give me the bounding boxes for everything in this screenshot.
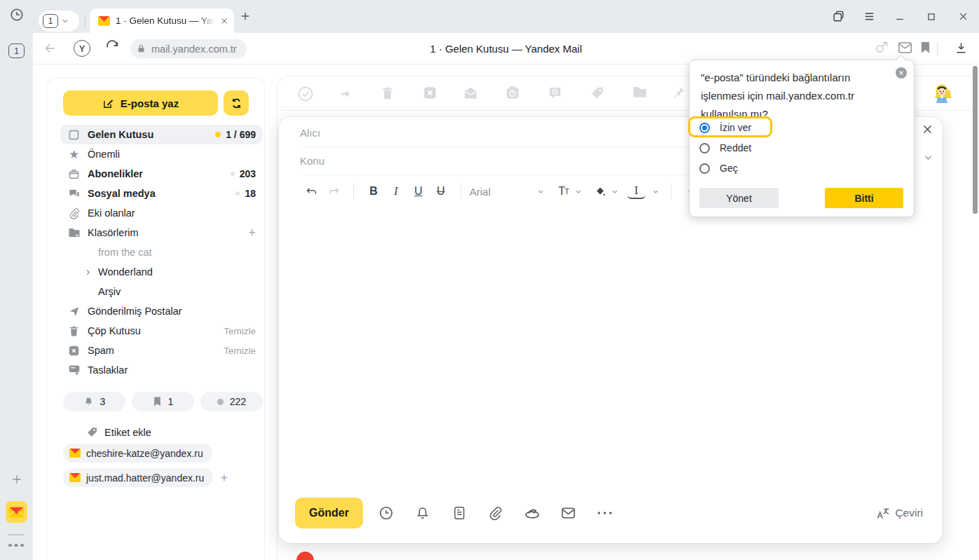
radio-option-deny[interactable]: Reddet xyxy=(699,138,751,158)
sidebar-item-sent[interactable]: Gönderilmiş Postalar xyxy=(60,301,263,321)
panels-icon[interactable] xyxy=(823,0,854,33)
compose-close-icon[interactable] xyxy=(922,123,933,135)
page-scrollbar[interactable] xyxy=(973,66,978,214)
compose-button[interactable]: E-posta yaz xyxy=(63,90,218,116)
chevron-down-icon[interactable] xyxy=(61,17,69,25)
delete-icon[interactable] xyxy=(381,86,394,101)
send-button[interactable]: Gönder xyxy=(295,498,363,528)
expand-chevron-icon[interactable] xyxy=(84,268,98,276)
more-panels-icon[interactable] xyxy=(8,542,25,549)
lock-icon[interactable] xyxy=(136,43,146,54)
download-icon[interactable] xyxy=(954,41,968,55)
minimize-button[interactable] xyxy=(884,0,915,33)
chevron-down-icon[interactable] xyxy=(652,188,659,196)
pin-icon[interactable] xyxy=(671,86,685,100)
tab-group-badge[interactable]: 1 xyxy=(8,43,25,58)
add-panel-icon[interactable] xyxy=(10,472,24,486)
select-check-icon[interactable] xyxy=(297,86,314,102)
clear-spam-button[interactable]: Temizle xyxy=(224,346,256,356)
mail-notifier-icon[interactable] xyxy=(898,41,912,54)
url-field[interactable]: mail.yandex.com.tr xyxy=(130,39,247,58)
sidebar-item-subscriptions[interactable]: Abonelikler 203 xyxy=(60,164,263,184)
reload-icon[interactable] xyxy=(105,40,120,55)
compose-collapse-icon[interactable] xyxy=(923,152,933,163)
label-icon[interactable] xyxy=(590,86,605,100)
tab-count-pill[interactable]: 1 xyxy=(39,11,79,32)
radio-option-allow[interactable]: İzin ver xyxy=(699,118,751,137)
move-folder-icon[interactable] xyxy=(632,86,648,99)
account-cheshire[interactable]: cheshire-katze@yandex.ru xyxy=(63,444,212,463)
attach-clip-icon[interactable] xyxy=(477,505,514,521)
mark-read-icon[interactable] xyxy=(463,86,478,100)
message-body[interactable] xyxy=(300,208,917,489)
reminder-icon[interactable] xyxy=(548,86,562,100)
sidebar-item-wonderland[interactable]: Wonderland xyxy=(60,262,263,282)
snooze-icon[interactable] xyxy=(505,86,520,100)
chevron-down-icon[interactable] xyxy=(611,188,619,196)
add-account-button[interactable]: + xyxy=(220,470,228,486)
radio-option-skip[interactable]: Geç xyxy=(699,158,738,178)
sidebar-item-spam[interactable]: Spam Temizle xyxy=(60,341,263,360)
done-button[interactable]: Bitti xyxy=(825,188,903,208)
yandex-disk-icon[interactable] xyxy=(514,506,550,520)
refresh-button[interactable] xyxy=(224,90,249,116)
underline-button[interactable]: U xyxy=(409,182,427,200)
bold-button[interactable]: B xyxy=(364,182,383,200)
account-hatter[interactable]: just.mad.hatter@yandex.ru xyxy=(63,468,213,487)
menu-icon[interactable] xyxy=(854,0,884,33)
unread-counter[interactable]: 222 xyxy=(200,392,263,411)
radio-icon[interactable] xyxy=(699,143,710,153)
tab-close-icon[interactable] xyxy=(220,17,228,25)
attach-from-mail-icon[interactable] xyxy=(550,507,587,519)
sidebar-item-inbox[interactable]: Gelen Kutusu 1 / 699 xyxy=(60,125,263,144)
user-avatar[interactable] xyxy=(932,83,952,103)
compose-pencil-icon xyxy=(102,97,114,109)
add-folder-button[interactable]: + xyxy=(248,226,256,239)
translate-button[interactable]: Çeviri xyxy=(876,507,923,520)
close-window-button[interactable] xyxy=(947,0,978,33)
undo-icon[interactable] xyxy=(302,182,320,200)
redo-icon[interactable] xyxy=(324,182,343,200)
bookmark-icon[interactable] xyxy=(920,41,931,54)
yandex-home-icon[interactable]: Y xyxy=(74,40,90,57)
radio-selected-icon[interactable] xyxy=(699,123,710,133)
add-label-button[interactable]: Etiket ekle xyxy=(86,426,264,438)
reminders-counter[interactable]: 3 xyxy=(63,392,125,411)
yandex-mail-app-icon[interactable] xyxy=(6,501,27,523)
sidebar-item-my-folders[interactable]: Klasörlerim + xyxy=(60,223,263,243)
new-tab-button[interactable] xyxy=(239,10,252,22)
sidebar-item-archive[interactable]: Arşiv xyxy=(60,282,263,301)
folder-count: 18 xyxy=(245,188,256,199)
spam-icon[interactable] xyxy=(423,86,437,100)
bookmarks-counter[interactable]: 1 xyxy=(132,392,194,411)
sidebar-item-attachments[interactable]: Eki olanlar xyxy=(60,203,263,223)
sidebar-item-trash[interactable]: Çöp Kutusu Temizle xyxy=(60,321,263,341)
chevron-down-icon[interactable] xyxy=(537,188,545,196)
strikethrough-button[interactable]: U xyxy=(432,182,450,200)
back-arrow-icon[interactable] xyxy=(42,41,57,56)
manage-button[interactable]: Yönet xyxy=(699,188,779,208)
font-family-select[interactable]: Arial xyxy=(470,186,537,198)
font-size-button[interactable]: TT xyxy=(554,182,573,200)
sidebar-item-social[interactable]: Sosyal medya 18 xyxy=(60,184,263,203)
radio-icon[interactable] xyxy=(699,163,710,174)
folder-label: Gelen Kutusu xyxy=(88,129,153,140)
template-doc-icon[interactable] xyxy=(441,505,477,521)
chevron-down-icon[interactable] xyxy=(575,188,582,196)
maximize-button[interactable] xyxy=(916,0,947,33)
text-color-button[interactable]: I xyxy=(627,184,645,199)
sidebar-item-important[interactable]: ★ Önemli xyxy=(60,144,263,164)
sidebar-item-drafts[interactable]: Taslaklar xyxy=(60,360,263,380)
reminder-bell-icon[interactable] xyxy=(404,505,441,521)
forward-icon[interactable] xyxy=(338,88,352,100)
clear-trash-button[interactable]: Temizle xyxy=(224,326,256,336)
fill-color-icon[interactable] xyxy=(591,182,609,200)
sidebar-item-from-the-cat[interactable]: from the cat xyxy=(60,243,263,262)
spam-folder-icon xyxy=(67,345,81,357)
italic-button[interactable]: I xyxy=(387,182,405,200)
more-options-icon[interactable] xyxy=(587,511,623,515)
active-tab[interactable]: 1 · Gelen Kutusu — Yand xyxy=(90,8,234,33)
schedule-clock-icon[interactable] xyxy=(368,505,404,521)
share-icon[interactable] xyxy=(875,41,889,55)
history-clock-icon[interactable] xyxy=(9,7,25,22)
